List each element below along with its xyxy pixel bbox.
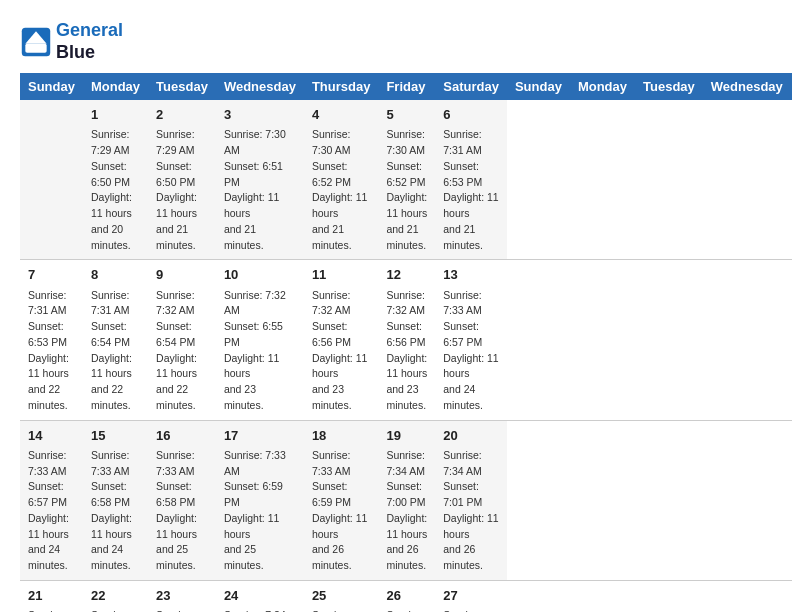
calendar-cell: 6Sunrise: 7:31 AM Sunset: 6:53 PM Daylig… (435, 100, 507, 260)
day-number: 20 (443, 427, 499, 445)
day-of-week-header: Sunday (20, 73, 83, 100)
calendar-cell (20, 100, 83, 260)
day-info: Sunrise: 7:33 AM Sunset: 6:57 PM Dayligh… (443, 288, 499, 414)
calendar-cell: 5Sunrise: 7:30 AM Sunset: 6:52 PM Daylig… (378, 100, 435, 260)
day-of-week-header: Friday (378, 73, 435, 100)
day-number: 23 (156, 587, 208, 605)
calendar-cell: 10Sunrise: 7:32 AM Sunset: 6:55 PM Dayli… (216, 260, 304, 420)
day-number: 4 (312, 106, 371, 124)
calendar-week-row: 21Sunrise: 7:34 AM Sunset: 7:01 PM Dayli… (20, 580, 792, 612)
day-info: Sunrise: 7:34 AM Sunset: 7:02 PM Dayligh… (156, 608, 208, 612)
day-info: Sunrise: 7:29 AM Sunset: 6:50 PM Dayligh… (156, 127, 208, 253)
day-info: Sunrise: 7:32 AM Sunset: 6:56 PM Dayligh… (312, 288, 371, 414)
day-number: 6 (443, 106, 499, 124)
day-number: 26 (386, 587, 427, 605)
calendar-week-row: 1Sunrise: 7:29 AM Sunset: 6:50 PM Daylig… (20, 100, 792, 260)
day-info: Sunrise: 7:31 AM Sunset: 6:53 PM Dayligh… (28, 288, 75, 414)
day-number: 22 (91, 587, 140, 605)
day-number: 2 (156, 106, 208, 124)
calendar-cell: 22Sunrise: 7:34 AM Sunset: 7:02 PM Dayli… (83, 580, 148, 612)
day-number: 12 (386, 266, 427, 284)
day-info: Sunrise: 7:30 AM Sunset: 6:52 PM Dayligh… (312, 127, 371, 253)
day-info: Sunrise: 7:33 AM Sunset: 6:59 PM Dayligh… (224, 448, 296, 574)
day-number: 3 (224, 106, 296, 124)
day-info: Sunrise: 7:34 AM Sunset: 7:01 PM Dayligh… (28, 608, 75, 612)
calendar-cell: 19Sunrise: 7:34 AM Sunset: 7:00 PM Dayli… (378, 420, 435, 580)
day-of-week-header: Monday (83, 73, 148, 100)
day-number: 13 (443, 266, 499, 284)
day-info: Sunrise: 7:33 AM Sunset: 6:58 PM Dayligh… (91, 448, 140, 574)
day-number: 25 (312, 587, 371, 605)
day-info: Sunrise: 7:34 AM Sunset: 7:03 PM Dayligh… (312, 608, 371, 612)
day-info: Sunrise: 7:29 AM Sunset: 6:50 PM Dayligh… (91, 127, 140, 253)
day-info: Sunrise: 7:32 AM Sunset: 6:54 PM Dayligh… (156, 288, 208, 414)
day-info: Sunrise: 7:33 AM Sunset: 6:59 PM Dayligh… (312, 448, 371, 574)
day-number: 5 (386, 106, 427, 124)
page-header: General Blue (20, 20, 772, 63)
day-number: 1 (91, 106, 140, 124)
calendar-cell: 12Sunrise: 7:32 AM Sunset: 6:56 PM Dayli… (378, 260, 435, 420)
calendar-cell: 9Sunrise: 7:32 AM Sunset: 6:54 PM Daylig… (148, 260, 216, 420)
day-of-week-header: Thursday (304, 73, 379, 100)
calendar-header-row: SundayMondayTuesdayWednesdayThursdayFrid… (20, 73, 792, 100)
day-number: 7 (28, 266, 75, 284)
day-info: Sunrise: 7:34 AM Sunset: 7:03 PM Dayligh… (224, 608, 296, 612)
day-of-week-header: Tuesday (635, 73, 703, 100)
day-number: 8 (91, 266, 140, 284)
day-info: Sunrise: 7:34 AM Sunset: 7:04 PM Dayligh… (443, 608, 499, 612)
calendar-week-row: 7Sunrise: 7:31 AM Sunset: 6:53 PM Daylig… (20, 260, 792, 420)
calendar-cell: 15Sunrise: 7:33 AM Sunset: 6:58 PM Dayli… (83, 420, 148, 580)
day-number: 19 (386, 427, 427, 445)
day-info: Sunrise: 7:31 AM Sunset: 6:53 PM Dayligh… (443, 127, 499, 253)
day-of-week-header: Saturday (435, 73, 507, 100)
day-number: 15 (91, 427, 140, 445)
day-number: 24 (224, 587, 296, 605)
day-info: Sunrise: 7:33 AM Sunset: 6:58 PM Dayligh… (156, 448, 208, 574)
calendar-cell: 2Sunrise: 7:29 AM Sunset: 6:50 PM Daylig… (148, 100, 216, 260)
day-of-week-header: Monday (570, 73, 635, 100)
day-info: Sunrise: 7:34 AM Sunset: 7:00 PM Dayligh… (386, 448, 427, 574)
day-number: 21 (28, 587, 75, 605)
calendar-cell: 3Sunrise: 7:30 AM Sunset: 6:51 PM Daylig… (216, 100, 304, 260)
calendar-cell: 23Sunrise: 7:34 AM Sunset: 7:02 PM Dayli… (148, 580, 216, 612)
day-of-week-header: Tuesday (148, 73, 216, 100)
day-info: Sunrise: 7:32 AM Sunset: 6:55 PM Dayligh… (224, 288, 296, 414)
calendar-cell: 7Sunrise: 7:31 AM Sunset: 6:53 PM Daylig… (20, 260, 83, 420)
calendar-cell: 26Sunrise: 7:34 AM Sunset: 7:04 PM Dayli… (378, 580, 435, 612)
calendar-cell: 13Sunrise: 7:33 AM Sunset: 6:57 PM Dayli… (435, 260, 507, 420)
calendar-cell: 18Sunrise: 7:33 AM Sunset: 6:59 PM Dayli… (304, 420, 379, 580)
calendar-cell: 24Sunrise: 7:34 AM Sunset: 7:03 PM Dayli… (216, 580, 304, 612)
day-of-week-header: Sunday (507, 73, 570, 100)
day-number: 16 (156, 427, 208, 445)
day-info: Sunrise: 7:31 AM Sunset: 6:54 PM Dayligh… (91, 288, 140, 414)
calendar-cell: 27Sunrise: 7:34 AM Sunset: 7:04 PM Dayli… (435, 580, 507, 612)
day-info: Sunrise: 7:30 AM Sunset: 6:52 PM Dayligh… (386, 127, 427, 253)
calendar-cell: 14Sunrise: 7:33 AM Sunset: 6:57 PM Dayli… (20, 420, 83, 580)
calendar-cell: 25Sunrise: 7:34 AM Sunset: 7:03 PM Dayli… (304, 580, 379, 612)
calendar-cell: 21Sunrise: 7:34 AM Sunset: 7:01 PM Dayli… (20, 580, 83, 612)
svg-rect-2 (25, 43, 46, 52)
calendar-cell: 17Sunrise: 7:33 AM Sunset: 6:59 PM Dayli… (216, 420, 304, 580)
day-number: 9 (156, 266, 208, 284)
calendar-cell: 4Sunrise: 7:30 AM Sunset: 6:52 PM Daylig… (304, 100, 379, 260)
day-number: 10 (224, 266, 296, 284)
day-info: Sunrise: 7:30 AM Sunset: 6:51 PM Dayligh… (224, 127, 296, 253)
day-number: 11 (312, 266, 371, 284)
day-number: 17 (224, 427, 296, 445)
calendar-cell: 16Sunrise: 7:33 AM Sunset: 6:58 PM Dayli… (148, 420, 216, 580)
day-number: 18 (312, 427, 371, 445)
day-of-week-header: Wednesday (703, 73, 791, 100)
day-info: Sunrise: 7:34 AM Sunset: 7:02 PM Dayligh… (91, 608, 140, 612)
calendar-week-row: 14Sunrise: 7:33 AM Sunset: 6:57 PM Dayli… (20, 420, 792, 580)
day-of-week-header: Wednesday (216, 73, 304, 100)
day-info: Sunrise: 7:33 AM Sunset: 6:57 PM Dayligh… (28, 448, 75, 574)
logo-icon (20, 26, 52, 58)
calendar-cell: 20Sunrise: 7:34 AM Sunset: 7:01 PM Dayli… (435, 420, 507, 580)
day-info: Sunrise: 7:34 AM Sunset: 7:01 PM Dayligh… (443, 448, 499, 574)
logo: General Blue (20, 20, 123, 63)
calendar-cell: 1Sunrise: 7:29 AM Sunset: 6:50 PM Daylig… (83, 100, 148, 260)
calendar-table: SundayMondayTuesdayWednesdayThursdayFrid… (20, 73, 792, 612)
day-info: Sunrise: 7:32 AM Sunset: 6:56 PM Dayligh… (386, 288, 427, 414)
calendar-cell: 11Sunrise: 7:32 AM Sunset: 6:56 PM Dayli… (304, 260, 379, 420)
day-number: 14 (28, 427, 75, 445)
